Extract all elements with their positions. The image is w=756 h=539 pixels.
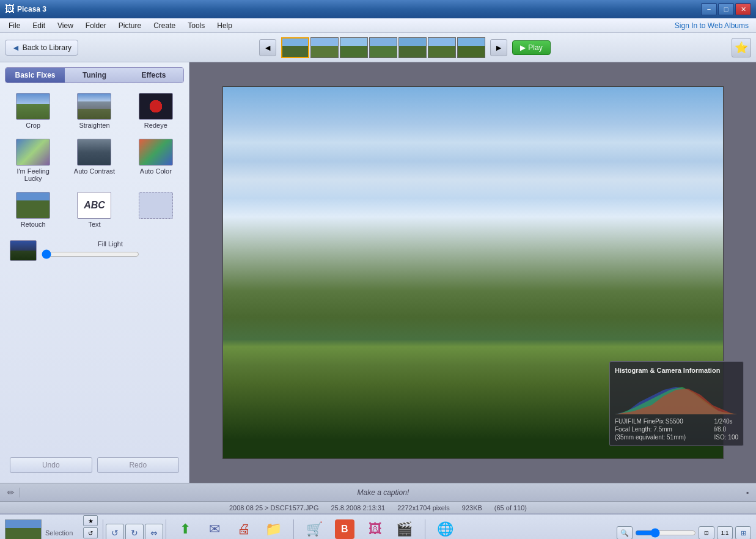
upload-action[interactable]: ⬆ Upload (174, 518, 197, 540)
menu-edit[interactable]: Edit (26, 20, 51, 31)
tab-basic-fixes[interactable]: Basic Fixes (6, 68, 65, 82)
thumbnail-strip (281, 37, 485, 58)
tab-effects[interactable]: Effects (124, 68, 183, 82)
tool-crop[interactable]: Crop (5, 90, 61, 131)
statusbar: 2008 08 25 > DSCF1577.JPG 25.8.2008 2:13… (0, 501, 756, 513)
star-button[interactable]: ⭐ (732, 38, 751, 57)
quick-action-buttons: ★ ↺ ⬇ (83, 515, 98, 539)
histogram-graph (615, 378, 737, 414)
thumbnail-6[interactable] (428, 37, 456, 58)
nav-next-button[interactable]: ► (490, 39, 507, 56)
redeye-label: Redeye (144, 122, 167, 129)
tool-auto-contrast[interactable]: Auto Contrast (66, 136, 122, 185)
tool-retouch[interactable]: Retouch (5, 189, 61, 230)
caption-bar: ✏ Make a caption! ▪ (0, 483, 756, 501)
collage-action[interactable]: 🖼 Collage (364, 518, 387, 540)
titlebar: 🖼 Picasa 3 − □ ✕ (0, 0, 756, 18)
print-action[interactable]: 🖨 Print (232, 518, 255, 540)
fill-light-slider[interactable] (42, 249, 139, 259)
menu-tools[interactable]: Tools (182, 20, 211, 31)
expand-icon[interactable]: ▪ (746, 488, 749, 497)
camera-model: FUJIFILM FinePix S5500 (615, 418, 708, 425)
menu-help[interactable]: Help (211, 20, 238, 31)
blog-icon: B (335, 519, 354, 539)
minimize-button[interactable]: − (701, 3, 717, 15)
zoom-search-button[interactable]: 🔍 (617, 526, 633, 539)
redo-button[interactable]: Redo (97, 457, 180, 473)
thumbnail-5[interactable] (398, 37, 427, 58)
nav-prev-button[interactable]: ◄ (259, 39, 276, 56)
tool-straighten[interactable]: Straighten (66, 90, 122, 131)
movie-icon: 🎬 (393, 518, 416, 540)
thumbnail-3[interactable] (340, 37, 368, 58)
quick-rotate-ccw-button[interactable]: ↺ (83, 527, 98, 538)
rotate-cw-button[interactable]: ↻ (125, 524, 144, 539)
thumbnail-2[interactable] (310, 37, 339, 58)
zoom-slider[interactable] (635, 528, 696, 538)
menubar: File Edit View Folder Picture Create Too… (0, 18, 756, 33)
rotate-ccw-button[interactable]: ↺ (106, 524, 124, 539)
tool-feeling-lucky[interactable]: I'm Feeling Lucky (5, 136, 61, 185)
thumbnail-7[interactable] (457, 37, 485, 58)
iso: ISO: 100 (714, 434, 738, 441)
export-action[interactable]: 📁 Export (262, 518, 285, 540)
menu-file[interactable]: File (2, 20, 26, 31)
undo-redo-area: Undo Redo (5, 452, 184, 478)
crop-label: Crop (26, 122, 40, 129)
export-icon: 📁 (262, 518, 285, 540)
color-thumbnail (139, 139, 173, 166)
caption-icon: ✏ (7, 488, 15, 497)
zoom-fit-button[interactable]: ⊡ (699, 526, 714, 539)
back-to-library-button[interactable]: ◄ Back to Library (5, 40, 78, 56)
undo-button[interactable]: Undo (10, 457, 92, 473)
tools-grid: Crop Straighten Redeye I'm Feeling Lucky… (5, 88, 184, 233)
equivalent: (35mm equivalent: 51mm) (615, 434, 708, 441)
fill-light-thumbnail (10, 240, 37, 261)
menu-picture[interactable]: Picture (112, 20, 147, 31)
shop-action[interactable]: 🛒 Shop (303, 518, 326, 540)
retouch-thumbnail (16, 192, 50, 219)
geotag-action[interactable]: 🌐 Geo-Tag (434, 518, 457, 540)
app-title: Picasa 3 (17, 5, 701, 13)
crop-thumbnail (16, 93, 50, 120)
play-button[interactable]: ▶ Play (512, 40, 550, 55)
signin-link[interactable]: Sign In to Web Albums (675, 21, 754, 30)
tool-auto-color[interactable]: Auto Color (128, 136, 184, 185)
zoom-area: 🔍 ⊡ 1:1 ⊞ (617, 526, 751, 539)
text-label: Text (88, 221, 100, 228)
thumbnail-1[interactable] (281, 37, 309, 58)
upload-icon: ⬆ (174, 518, 197, 540)
tool-text[interactable]: ABC Text (66, 189, 122, 230)
menu-folder[interactable]: Folder (79, 20, 112, 31)
shop-icon: 🛒 (303, 518, 326, 540)
action-icon-buttons: ↺ ↻ ⇔ (106, 524, 163, 539)
placeholder-thumbnail (139, 192, 173, 219)
aperture: f/8.0 (714, 426, 738, 433)
zoom-1to1-button[interactable]: 1:1 (717, 526, 733, 539)
play-area: ◄ ► ▶ Play (259, 37, 550, 58)
movie-action[interactable]: 🎬 Movie (393, 518, 416, 540)
zoom-grid-button[interactable]: ⊞ (735, 526, 751, 539)
tab-tuning[interactable]: Tuning (65, 68, 124, 82)
fill-light-label: Fill Light (42, 240, 179, 248)
flip-button[interactable]: ⇔ (145, 524, 163, 539)
quick-star-button[interactable]: ★ (83, 515, 98, 526)
email-action[interactable]: ✉ Email (203, 518, 226, 540)
histogram-panel: Histogram & Camera Information FUJIFILM … (609, 361, 744, 446)
menu-view[interactable]: View (51, 20, 79, 31)
lucky-thumbnail (16, 139, 50, 166)
titlebar-controls: − □ ✕ (701, 3, 751, 15)
menu-create[interactable]: Create (147, 20, 182, 31)
lucky-label: I'm Feeling Lucky (7, 167, 59, 182)
tool-placeholder (128, 189, 184, 230)
collage-icon: 🖼 (364, 518, 387, 540)
status-count: (65 of 110) (494, 504, 527, 512)
close-button[interactable]: ✕ (735, 3, 751, 15)
thumbnail-4[interactable] (369, 37, 397, 58)
caption-text[interactable]: Make a caption! (25, 488, 741, 497)
blog-action[interactable]: B BlogThis! (332, 519, 358, 540)
maximize-button[interactable]: □ (718, 3, 734, 15)
back-label: Back to Library (23, 43, 72, 52)
main-content: Basic Fixes Tuning Effects Crop Straight… (0, 62, 756, 483)
tool-redeye[interactable]: Redeye (128, 90, 184, 131)
